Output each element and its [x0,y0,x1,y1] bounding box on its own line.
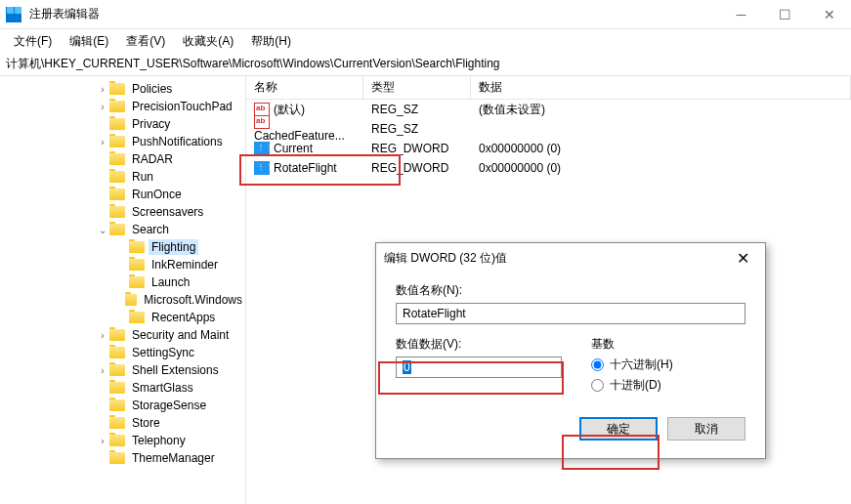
tree-label[interactable]: PushNotifications [129,134,226,149]
registry-tree[interactable]: ›Policies›PrecisionTouchPadPrivacy›PushN… [0,76,246,504]
window-title: 注册表编辑器 [29,6,100,22]
menu-bar: 文件(F) 编辑(E) 查看(V) 收藏夹(A) 帮助(H) [0,29,851,53]
tree-label[interactable]: Telephony [129,433,189,448]
value-data: 0x00000000 (0) [471,142,851,155]
folder-icon [109,399,125,411]
expand-icon[interactable]: › [96,102,109,112]
folder-icon [109,329,125,341]
tree-label[interactable]: Flighting [149,239,198,255]
value-data-input[interactable]: 0 [396,357,562,378]
column-name[interactable]: 名称 [246,76,363,99]
tree-label[interactable]: Search [129,222,172,237]
tree-label[interactable]: SmartGlass [129,380,196,396]
value-type: REG_SZ [363,122,471,136]
expand-icon[interactable]: › [96,330,109,341]
string-value-icon [254,103,270,116]
folder-icon [129,259,145,271]
tree-item[interactable]: ›Telephony [0,432,245,449]
tree-label[interactable]: Screensavers [129,204,206,220]
tree-item[interactable]: Screensavers [0,203,245,221]
tree-item[interactable]: Launch [0,273,245,291]
cancel-button[interactable]: 取消 [667,417,745,441]
folder-icon [109,153,125,165]
dialog-title: 编辑 DWORD (32 位)值 [384,250,507,267]
tree-item[interactable]: Run [0,168,245,186]
folder-icon [109,189,125,200]
dialog-close-button[interactable]: ✕ [729,249,757,268]
tree-label[interactable]: Security and Maint [129,327,232,343]
folder-icon [109,347,125,358]
value-row[interactable]: CurrentREG_DWORD0x00000000 (0) [246,139,851,158]
tree-item[interactable]: Store [0,414,245,432]
dword-value-icon [254,142,270,155]
tree-item[interactable]: ›Policies [0,80,245,98]
folder-icon [125,294,137,306]
value-name: RotateFlight [274,161,337,175]
tree-item[interactable]: StorageSense [0,397,245,414]
column-data[interactable]: 数据 [471,76,851,99]
folder-icon [109,417,125,429]
tree-item[interactable]: Privacy [0,115,245,133]
value-row[interactable]: CachedFeature...REG_SZ [246,119,851,139]
tree-label[interactable]: Launch [149,274,192,290]
folder-icon [109,171,125,183]
dword-value-icon [254,161,270,175]
tree-label[interactable]: Privacy [129,116,173,132]
tree-label[interactable]: Shell Extensions [129,362,222,378]
radio-dec[interactable]: 十进制(D) [591,377,673,394]
tree-label[interactable]: Policies [129,81,175,97]
expand-icon[interactable]: › [96,436,109,446]
value-data-label: 数值数据(V): [396,336,562,353]
tree-label[interactable]: Microsoft.Windows [141,292,245,308]
value-data: 0x00000000 (0) [471,161,851,175]
tree-item[interactable]: ⌄Search [0,221,245,238]
radio-hex-input[interactable] [591,358,604,371]
menu-view[interactable]: 查看(V) [118,31,173,52]
menu-favorites[interactable]: 收藏夹(A) [175,31,241,52]
tree-item[interactable]: ›PrecisionTouchPad [0,98,245,115]
tree-item[interactable]: ›PushNotifications [0,133,245,150]
tree-label[interactable]: InkReminder [149,257,221,273]
collapse-icon[interactable]: ⌄ [96,225,109,235]
ok-button[interactable]: 确定 [579,417,658,441]
tree-label[interactable]: Store [129,415,163,431]
tree-item[interactable]: ›Security and Maint [0,326,245,344]
tree-label[interactable]: Run [129,169,156,185]
tree-item[interactable]: InkReminder [0,256,245,273]
tree-item[interactable]: ThemeManager [0,449,245,467]
expand-icon[interactable]: › [96,84,109,95]
address-bar[interactable]: 计算机\HKEY_CURRENT_USER\Software\Microsoft… [0,53,851,76]
value-row[interactable]: RotateFlightREG_DWORD0x00000000 (0) [246,158,851,178]
maximize-button[interactable]: ☐ [763,0,807,29]
folder-icon [109,206,125,218]
tree-item[interactable]: Microsoft.Windows [0,291,245,309]
tree-item[interactable]: RADAR [0,150,245,168]
tree-label[interactable]: RADAR [129,151,176,167]
tree-item[interactable]: RecentApps [0,309,245,326]
tree-item[interactable]: SmartGlass [0,379,245,397]
tree-item[interactable]: SettingSync [0,344,245,361]
tree-label[interactable]: PrecisionTouchPad [129,99,235,114]
expand-icon[interactable]: › [96,137,109,147]
close-button[interactable]: ✕ [807,0,851,29]
expand-icon[interactable]: › [96,365,109,376]
menu-file[interactable]: 文件(F) [6,31,60,52]
value-type: REG_DWORD [363,161,471,175]
menu-help[interactable]: 帮助(H) [243,31,299,52]
tree-label[interactable]: SettingSync [129,345,197,360]
string-value-icon [254,115,270,129]
tree-label[interactable]: RecentApps [149,310,218,325]
radio-dec-input[interactable] [591,379,604,392]
tree-label[interactable]: StorageSense [129,398,209,413]
tree-label[interactable]: RunOnce [129,187,185,202]
radio-hex[interactable]: 十六进制(H) [591,357,673,373]
tree-label[interactable]: ThemeManager [129,450,218,466]
tree-item[interactable]: ›Shell Extensions [0,361,245,379]
tree-item[interactable]: RunOnce [0,186,245,203]
minimize-button[interactable]: ─ [719,0,763,29]
tree-item[interactable]: Flighting [0,238,245,256]
folder-icon [109,382,125,394]
column-type[interactable]: 类型 [363,76,471,99]
menu-edit[interactable]: 编辑(E) [62,31,116,52]
folder-icon [109,452,125,464]
